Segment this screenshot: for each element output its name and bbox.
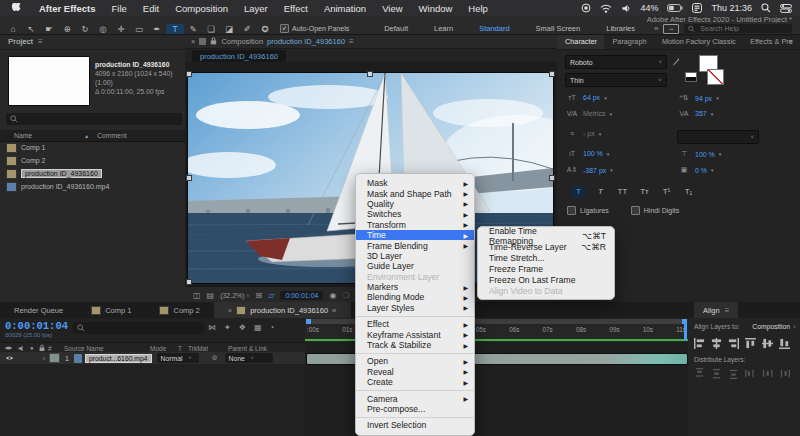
menubar-item[interactable]: Layer — [236, 3, 276, 14]
tool-icon[interactable]: ⊕ — [58, 24, 76, 34]
submenu-item[interactable]: Freeze Frame — [478, 263, 614, 274]
panel-menu-icon[interactable]: ≡ — [38, 37, 43, 46]
timeline-tab[interactable]: × Comp 1 ≡ — [77, 302, 145, 318]
close-panel-icon[interactable]: × — [191, 37, 195, 46]
layer-row[interactable]: › 1 product...6160.mp4 Normal˅ ⊚ None˅ — [0, 352, 305, 364]
context-menu-item[interactable]: Switches ▶ — [356, 209, 474, 219]
context-menu-item[interactable]: Layer Styles ▶ — [356, 303, 474, 313]
tool-icon[interactable]: ◪ — [220, 24, 238, 34]
context-menu-item[interactable]: Mask and Shape Path ▶ — [356, 188, 474, 198]
draft-3d-icon[interactable]: ◔ — [269, 323, 274, 332]
close-tab-icon[interactable]: × — [228, 306, 232, 315]
font-style-select[interactable]: Thin˅ — [565, 73, 667, 87]
main-viewer-icon[interactable]: ▤ — [207, 291, 215, 300]
menubar-item[interactable]: View — [374, 3, 410, 14]
composition-viewer-tab[interactable]: production ID_4936160 — [192, 50, 286, 62]
tool-icon[interactable]: ✐ — [238, 24, 256, 34]
track-matte-icon[interactable]: ⊚ — [207, 354, 223, 362]
column-parent-link[interactable]: Parent & Link — [228, 345, 267, 352]
timeline-scrollbar[interactable] — [684, 320, 687, 341]
menubar-item[interactable]: Help — [460, 3, 496, 14]
submenu-item[interactable]: Align Video to Data — [478, 285, 614, 296]
control-center-icon[interactable] — [780, 4, 792, 13]
column-trkmat[interactable]: TrkMat — [188, 345, 208, 352]
apple-logo-icon[interactable] — [0, 3, 31, 14]
ligatures-checkbox[interactable] — [567, 206, 576, 215]
panel-tab[interactable]: Character — [557, 34, 604, 49]
timeline-search-field[interactable] — [72, 322, 205, 334]
distribute-right-icon[interactable] — [779, 368, 790, 379]
context-menu-item[interactable]: 3D Layer ▶ — [356, 251, 474, 261]
timeline-tab[interactable]: × production ID_4936160 ≡ — [214, 302, 351, 318]
horizontal-scale-value[interactable]: 100 % — [695, 151, 715, 158]
column-number[interactable]: # — [48, 345, 52, 352]
show-channel-icon[interactable]: ❍ — [342, 291, 349, 300]
selection-handle[interactable] — [186, 279, 192, 285]
submenu-item[interactable]: Enable Time Remapping ⌥⌘T — [478, 230, 614, 241]
context-menu-item[interactable]: Keyframe Assistant ▶ — [356, 329, 474, 339]
project-item-row[interactable]: production ID_4936160.mp4 — [0, 180, 185, 193]
all-caps-toggle[interactable]: TT — [615, 186, 630, 198]
menubar-clock[interactable]: Thu 21:36 — [711, 3, 752, 13]
leading-value[interactable]: 94 px — [695, 95, 712, 102]
selection-handle[interactable] — [367, 71, 373, 77]
context-menu-item[interactable]: ▶ — [356, 353, 474, 354]
selection-handle[interactable] — [549, 175, 555, 181]
composition-timecode[interactable]: 0:00:01:04 — [280, 291, 323, 300]
selection-handle[interactable] — [186, 175, 192, 181]
subscript-toggle[interactable]: T₁ — [681, 186, 696, 198]
tool-icon[interactable]: T — [166, 24, 184, 34]
video-column-eye-icon[interactable] — [4, 345, 13, 351]
volume-icon[interactable] — [621, 4, 631, 13]
menubar-item[interactable]: Window — [411, 3, 461, 14]
workspace-tab[interactable]: Default — [371, 24, 421, 33]
context-menu-item[interactable]: Time ▶ — [356, 230, 474, 240]
menubar-item[interactable]: Edit — [135, 3, 167, 14]
frame-blending-icon[interactable]: ✦ — [224, 323, 231, 332]
baseline-shift-value[interactable]: -387 px — [583, 167, 606, 174]
help-search-input[interactable] — [698, 24, 788, 33]
menubar-item[interactable]: Composition — [167, 3, 236, 14]
distribute-bottom-icon[interactable] — [728, 368, 739, 379]
battery-icon[interactable] — [667, 4, 683, 12]
parent-link-select[interactable]: None˅ — [225, 353, 273, 363]
more-panels-icon[interactable]: » — [789, 37, 797, 46]
context-menu-item[interactable]: Guide Layer ▶ — [356, 261, 474, 271]
tool-icon[interactable]: ◎ — [94, 24, 112, 34]
column-name[interactable]: Name — [14, 132, 32, 139]
submenu-item[interactable]: Time Stretch... — [478, 252, 614, 263]
font-size-value[interactable]: 64 px — [583, 94, 600, 101]
tool-icon[interactable]: ✎ — [184, 24, 202, 34]
selected-item-name[interactable]: production ID_4936160 — [95, 60, 183, 69]
lock-column-icon[interactable] — [39, 344, 45, 352]
tool-icon[interactable]: ❏ — [202, 24, 220, 34]
tool-icon[interactable]: ▭ — [130, 24, 148, 34]
align-horizontal-center-icon[interactable] — [711, 338, 722, 349]
context-menu-item[interactable]: Camera ▶ — [356, 393, 474, 403]
input-source-icon[interactable] — [692, 3, 702, 13]
align-top-icon[interactable] — [745, 338, 756, 349]
auto-open-panels-toggle[interactable]: ✓ Auto-Open Panels — [280, 24, 349, 33]
fill-stroke-swatches[interactable] — [685, 55, 725, 87]
panel-menu-icon[interactable]: ≡ — [332, 306, 336, 315]
kerning-value[interactable]: Metrics — [583, 110, 606, 117]
menubar-item[interactable]: After Effects — [31, 3, 104, 14]
workspace-bar-icon[interactable]: ▪▪ — [663, 24, 679, 34]
menubar-item[interactable]: Animation — [316, 3, 374, 14]
align-left-icon[interactable] — [694, 338, 705, 349]
spotlight-icon[interactable] — [761, 3, 771, 13]
project-tab[interactable]: Project — [8, 37, 33, 46]
context-menu-item[interactable]: ▶ — [356, 390, 474, 391]
stroke-width-value[interactable]: - px — [583, 130, 595, 137]
context-menu-item[interactable]: ▶ — [356, 417, 474, 418]
column-source-name[interactable]: Source Name — [64, 345, 104, 352]
context-menu-item[interactable]: Reveal ▶ — [356, 367, 474, 377]
tracking-value[interactable]: 357 — [695, 110, 707, 117]
wifi-icon[interactable] — [600, 4, 612, 13]
column-t[interactable]: T — [178, 345, 182, 352]
context-menu-item[interactable]: Transform ▶ — [356, 220, 474, 230]
menubar-item[interactable]: File — [104, 3, 135, 14]
tool-icon[interactable]: ↻ — [76, 24, 94, 34]
motion-blur-icon[interactable]: ❖ — [239, 323, 246, 332]
project-search-field[interactable] — [6, 113, 182, 125]
